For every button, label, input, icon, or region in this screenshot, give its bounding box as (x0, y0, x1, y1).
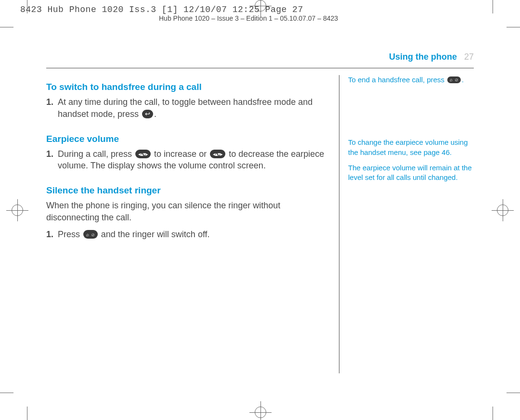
side-note: To end a handsfree call, press . (348, 75, 474, 85)
rule (46, 68, 474, 68)
back-key-icon (142, 110, 153, 118)
list-text: During a call, press to increase or to d… (58, 148, 330, 172)
nav-key-icon (210, 150, 225, 158)
trim-mark (493, 407, 493, 420)
text-run: . (462, 76, 464, 84)
page-body: Using the phone 27 To switch to handsfre… (46, 52, 474, 373)
trim-mark (493, 0, 493, 13)
print-slug-secondary: Hub Phone 1020 – Issue 3 – Edition 1 – 0… (159, 14, 338, 22)
list-text: At any time during the call, to toggle b… (58, 96, 330, 120)
side-note: To change the earpiece volume using the … (348, 138, 474, 157)
page-number: 27 (464, 52, 474, 62)
trim-mark (27, 407, 27, 420)
side-column: To end a handsfree call, press . To chan… (339, 75, 474, 373)
section-title: Using the phone (389, 52, 457, 62)
text-run: Press (58, 229, 82, 239)
text-run: To end a handsfree call, press (348, 76, 446, 84)
main-column: To switch to handsfree during a call 1. … (46, 75, 339, 373)
list-number: 1. (46, 148, 58, 172)
two-column-layout: To switch to handsfree during a call 1. … (46, 75, 474, 373)
list-text: Press and the ringer will switch off. (58, 229, 210, 241)
text-run: . (154, 109, 156, 119)
text-run: During a call, press (58, 149, 134, 159)
spacer (348, 99, 474, 138)
nav-key-icon (135, 150, 151, 158)
heading-handsfree: To switch to handsfree during a call (46, 82, 330, 92)
list-item: 1. Press and the ringer will switch off. (46, 229, 330, 241)
side-note: The earpiece volume will remain at the l… (348, 163, 474, 183)
registration-mark-icon (255, 407, 266, 418)
registration-mark-icon (497, 204, 508, 216)
text-run: to increase or (152, 149, 209, 159)
list-item: 1. During a call, press to increase or t… (46, 148, 330, 172)
registration-mark-icon (12, 204, 23, 216)
list-number: 1. (46, 96, 58, 120)
trim-mark (0, 393, 13, 393)
heading-silence: Silence the handset ringer (46, 185, 330, 196)
end-call-key-icon (447, 76, 461, 83)
text-run: and the ringer will switch off. (99, 229, 210, 239)
text-run: At any time during the call, to toggle b… (58, 97, 312, 119)
trim-mark (507, 393, 520, 393)
trim-mark (0, 27, 13, 27)
running-head: Using the phone 27 (46, 52, 474, 62)
list-item: 1. At any time during the call, to toggl… (46, 96, 330, 120)
heading-earpiece: Earpiece volume (46, 134, 330, 144)
paragraph: When the phone is ringing, you can silen… (46, 200, 330, 224)
list-number: 1. (46, 229, 58, 241)
print-slug: 8423 Hub Phone 1020 Iss.3 [1] 12/10/07 1… (20, 5, 303, 14)
end-call-key-icon (83, 230, 98, 239)
trim-mark (507, 27, 520, 27)
